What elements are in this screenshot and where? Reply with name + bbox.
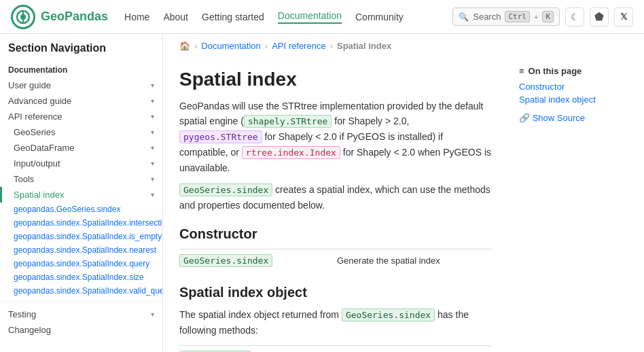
content-inner: Spatial index GeoPandas will use the STR… <box>179 69 492 352</box>
constructor-table: GeoSeries.sindex Generate the spatial in… <box>179 249 492 271</box>
list-icon: ≡ <box>519 66 524 76</box>
object-table: intersection(coordinates, *args, **kwarg… <box>179 345 492 352</box>
table-row: intersection(coordinates, *args, **kwarg… <box>179 346 492 352</box>
search-label: Search <box>473 12 501 22</box>
code-shapely-strtree: shapely.STRtree <box>244 115 332 128</box>
api-desc: Generate the spatial index <box>337 256 492 266</box>
sidebar-item-changelog[interactable]: Changelog <box>0 322 162 338</box>
right-sidebar-link-constructor[interactable]: Constructor <box>519 82 633 92</box>
sidebar-item-testing[interactable]: Testing ▾ <box>0 306 162 322</box>
chevron-down-icon: ▾ <box>151 113 154 120</box>
sidebar-item-geoseries[interactable]: GeoSeries ▾ <box>0 124 162 140</box>
breadcrumb-current: Spatial index <box>337 41 391 51</box>
page-title: Spatial index <box>179 69 492 90</box>
nav-home[interactable]: Home <box>124 12 149 22</box>
github-button[interactable]: ⬟ <box>590 7 609 27</box>
breadcrumb-docs-link[interactable]: Documentation <box>201 41 260 51</box>
logo-text: GeoPandas <box>41 10 108 24</box>
content-columns: Spatial index GeoPandas will use the STR… <box>163 58 644 352</box>
chevron-down-icon: ▾ <box>151 82 154 89</box>
sidebar-item-advanced-guide[interactable]: Advanced guide ▾ <box>0 93 162 109</box>
desc-paragraph: GeoSeries.sindex creates a spatial index… <box>179 182 492 213</box>
right-sidebar-link-spatial-index-object[interactable]: Spatial index object <box>519 94 633 105</box>
content-area: 🏠 › Documentation › API reference › Spat… <box>163 34 644 352</box>
moon-icon: ☾ <box>571 12 579 22</box>
chevron-down-icon: ▾ <box>151 128 154 136</box>
code-geoseries-sindex-obj: GeoSeries.sindex <box>342 309 435 321</box>
table-row: GeoSeries.sindex Generate the spatial in… <box>179 249 492 271</box>
object-intro: The spatial index object returned from G… <box>179 307 492 338</box>
code-geoseries-sindex-desc: GeoSeries.sindex <box>179 183 272 196</box>
sidebar-item-spatial-index[interactable]: Spatial index ▾ <box>0 187 162 203</box>
sidebar-subitem-0[interactable]: geopandas.GeoSeries.sindex <box>0 203 162 216</box>
source-icon: 🔗 <box>519 113 530 123</box>
chevron-down-icon: ▾ <box>151 160 154 167</box>
sidebar: Section Navigation Documentation User gu… <box>0 34 163 352</box>
sidebar-section-label: Documentation <box>0 60 162 77</box>
search-icon: 🔍 <box>459 12 469 22</box>
svg-point-1 <box>20 14 26 20</box>
search-box[interactable]: 🔍 Search Ctrl + K <box>452 7 560 26</box>
sidebar-title: Section Navigation <box>0 42 162 60</box>
github-icon: ⬟ <box>594 10 604 23</box>
chevron-down-icon: ▾ <box>151 191 154 198</box>
sidebar-subitem-2[interactable]: geopandas.sindex.SpatialIndex.is_empty <box>0 230 162 243</box>
theme-toggle-button[interactable]: ☾ <box>565 7 584 27</box>
chevron-down-icon: ▾ <box>151 175 154 183</box>
sidebar-subitem-1[interactable]: geopandas.sindex.SpatialIndex.intersecti… <box>0 216 162 230</box>
twitter-button[interactable]: 𝕏 <box>614 7 633 27</box>
sidebar-subitem-4[interactable]: geopandas.sindex.SpatialIndex.query <box>0 257 162 270</box>
nav-getting-started[interactable]: Getting started <box>202 12 264 22</box>
nav-documentation[interactable]: Documentation <box>278 10 342 24</box>
nav-about[interactable]: About <box>163 12 188 22</box>
object-title: Spatial index object <box>179 285 492 300</box>
sidebar-item-input-output[interactable]: Input/output ▾ <box>0 156 162 171</box>
logo-area[interactable]: GeoPandas <box>11 5 108 29</box>
chevron-down-icon: ▾ <box>151 97 154 105</box>
header-right: 🔍 Search Ctrl + K ☾ ⬟ 𝕏 <box>452 7 633 27</box>
code-rtree: rtree.index.Index <box>242 146 340 159</box>
sidebar-item-user-guide[interactable]: User guide ▾ <box>0 77 162 93</box>
chevron-down-icon: ▾ <box>151 144 154 152</box>
layout: Section Navigation Documentation User gu… <box>0 34 644 352</box>
main-nav: Home About Getting started Documentation… <box>124 10 452 24</box>
sidebar-item-tools[interactable]: Tools ▾ <box>0 171 162 187</box>
breadcrumb-api-link[interactable]: API reference <box>272 41 326 51</box>
right-sidebar: ≡ On this page Constructor Spatial index… <box>508 58 644 352</box>
breadcrumb-home-link[interactable]: 🏠 <box>179 41 190 51</box>
kbd-ctrl: Ctrl <box>505 11 530 22</box>
chevron-down-icon: ▾ <box>151 311 154 318</box>
sidebar-subitem-3[interactable]: geopandas.sindex.SpatialIndex.nearest <box>0 243 162 257</box>
nav-community[interactable]: Community <box>355 12 404 22</box>
sidebar-subitem-5[interactable]: geopandas.sindex.SpatialIndex.size <box>0 270 162 284</box>
main-content: Spatial index GeoPandas will use the STR… <box>163 58 508 352</box>
logo-icon <box>11 5 35 29</box>
sidebar-item-api-reference[interactable]: API reference ▾ <box>0 109 162 124</box>
api-geoseries-sindex[interactable]: GeoSeries.sindex <box>179 254 272 267</box>
header: GeoPandas Home About Getting started Doc… <box>0 0 644 34</box>
twitter-icon: 𝕏 <box>620 12 627 22</box>
right-sidebar-title: ≡ On this page <box>519 66 633 76</box>
code-pygeos-strtree: pygeos.STRtree <box>179 130 262 143</box>
kbd-k: K <box>542 11 554 22</box>
intro-paragraph: GeoPandas will use the STRtree implement… <box>179 99 492 175</box>
constructor-title: Constructor <box>179 226 492 242</box>
show-source-link[interactable]: 🔗 Show Source <box>519 113 633 123</box>
sidebar-divider <box>0 302 162 302</box>
sidebar-item-geodataframe[interactable]: GeoDataFrame ▾ <box>0 140 162 156</box>
breadcrumb: 🏠 › Documentation › API reference › Spat… <box>163 34 644 58</box>
sidebar-subitem-6[interactable]: geopandas.sindex.SpatialIndex.valid_quer… <box>0 284 162 298</box>
